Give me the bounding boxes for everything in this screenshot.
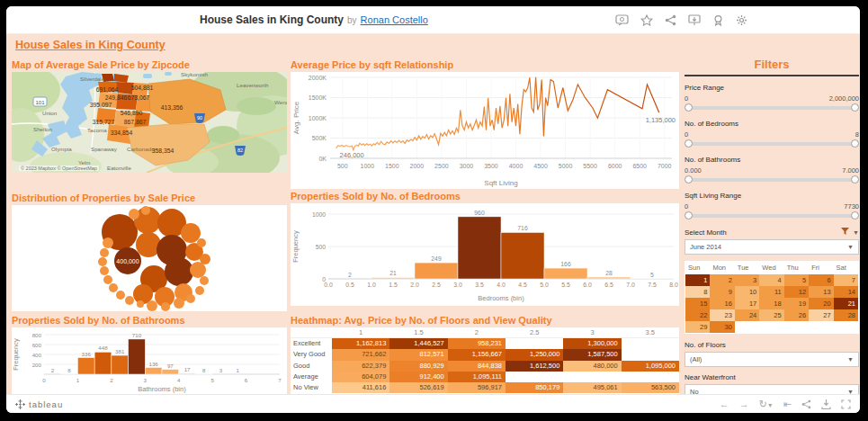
funnel-icon[interactable] bbox=[841, 228, 849, 237]
heatmap-cell[interactable] bbox=[506, 338, 563, 349]
histogram-bar[interactable] bbox=[145, 368, 162, 374]
calendar-day[interactable]: 20 bbox=[809, 298, 833, 309]
select-month-dropdown[interactable]: June 2014▼ bbox=[685, 239, 859, 255]
bubble[interactable] bbox=[181, 223, 201, 243]
calendar-day[interactable]: 11 bbox=[759, 286, 783, 298]
bubble[interactable] bbox=[161, 302, 170, 311]
calendar-day[interactable]: 10 bbox=[735, 286, 759, 298]
histogram-bar[interactable] bbox=[371, 277, 415, 279]
heatmap-cell[interactable]: 912,400 bbox=[389, 372, 447, 382]
tableau-logo[interactable]: tableau bbox=[15, 399, 63, 409]
calendar-day[interactable]: 5 bbox=[784, 274, 809, 286]
heatmap-cell[interactable]: 1,162,813 bbox=[332, 338, 389, 349]
calendar-day[interactable]: 17 bbox=[735, 298, 759, 309]
calendar-day[interactable]: 25 bbox=[759, 309, 783, 321]
slider-track[interactable] bbox=[687, 214, 856, 218]
bubble[interactable] bbox=[174, 298, 184, 309]
heatmap-cell[interactable] bbox=[563, 372, 621, 382]
calendar-day[interactable]: 16 bbox=[710, 298, 734, 309]
calendar-day[interactable]: 9 bbox=[710, 286, 734, 298]
calendar-day[interactable]: 29 bbox=[685, 321, 710, 333]
slider-handle-max[interactable] bbox=[851, 103, 859, 112]
revert-icon[interactable]: ⇤ bbox=[783, 399, 792, 409]
bubbles-panel[interactable]: 400,000 bbox=[12, 205, 287, 311]
choropleth-map[interactable]: 101 90 82 SilverdaleSkykomishLeavenworth… bbox=[12, 72, 287, 173]
heatmap-cell[interactable]: 596,917 bbox=[448, 382, 506, 393]
calendar-day[interactable]: 28 bbox=[834, 309, 858, 321]
slider-handle-min[interactable] bbox=[685, 211, 693, 219]
histogram-bar[interactable] bbox=[112, 355, 129, 374]
calendar-day[interactable]: 27 bbox=[809, 309, 833, 321]
bubble[interactable] bbox=[100, 248, 109, 257]
bubble[interactable] bbox=[109, 283, 118, 292]
badge-icon[interactable] bbox=[712, 14, 724, 26]
share-icon[interactable] bbox=[801, 399, 811, 409]
calendar-day[interactable]: 7 bbox=[834, 274, 858, 286]
heatmap-cell[interactable]: 411,616 bbox=[332, 382, 389, 393]
heatmap-cell[interactable] bbox=[622, 338, 679, 349]
calendar-day[interactable]: 15 bbox=[685, 298, 710, 309]
calendar-day[interactable]: 4 bbox=[759, 274, 783, 286]
undo-icon[interactable]: ← bbox=[720, 399, 729, 409]
bubble[interactable] bbox=[100, 266, 109, 275]
histogram-bar[interactable] bbox=[458, 217, 501, 279]
heatmap-cell[interactable]: 1,095,000 bbox=[622, 361, 679, 372]
calendar-day[interactable]: 3 bbox=[735, 274, 759, 286]
heatmap-cell[interactable]: 1,446,527 bbox=[389, 338, 447, 349]
slider-handle-max[interactable] bbox=[851, 175, 859, 184]
bubble[interactable] bbox=[137, 300, 144, 308]
calendar-day[interactable]: 13 bbox=[809, 286, 833, 298]
heatmap-cell[interactable]: 604,079 bbox=[332, 372, 389, 382]
heatmap-cell[interactable]: 880,929 bbox=[389, 361, 447, 372]
reset-icon[interactable]: ↻▼ bbox=[759, 399, 774, 409]
bubble[interactable] bbox=[129, 209, 139, 219]
bubble[interactable] bbox=[103, 237, 113, 248]
heatmap-cell[interactable]: 526,619 bbox=[389, 382, 447, 393]
calendar-day[interactable]: 19 bbox=[784, 298, 809, 309]
slider-handle-min[interactable] bbox=[685, 139, 693, 148]
calendar-day[interactable]: 8 bbox=[685, 286, 710, 298]
slider-handle-max[interactable] bbox=[851, 211, 859, 219]
bubble[interactable] bbox=[98, 257, 107, 266]
bubble[interactable] bbox=[116, 291, 125, 300]
heatmap-cell[interactable]: 850,179 bbox=[506, 382, 563, 393]
calendar-day[interactable]: 21 bbox=[834, 298, 858, 309]
histogram-bar[interactable] bbox=[129, 339, 146, 374]
heatmap-cell[interactable] bbox=[622, 349, 679, 360]
heatmap-cell[interactable]: 495,061 bbox=[563, 382, 621, 393]
bedrooms-panel[interactable]: 050010000.00.51.01.52.02.53.03.54.04.55.… bbox=[291, 203, 679, 306]
slider-handle-min[interactable] bbox=[685, 175, 693, 184]
histogram-bar[interactable] bbox=[544, 268, 587, 279]
heatmap-cell[interactable]: 622,379 bbox=[332, 361, 389, 372]
bubble[interactable] bbox=[197, 238, 206, 247]
calendar-day[interactable]: 2 bbox=[710, 274, 734, 286]
scatter-panel[interactable]: 0K500K1000K1500K2000K5001000150020002500… bbox=[291, 72, 679, 189]
bathrooms-panel[interactable]: 2004006008000123456728336448381710136971… bbox=[12, 327, 287, 394]
histogram-bar[interactable] bbox=[94, 352, 112, 374]
favorite-star-icon[interactable] bbox=[640, 14, 653, 26]
heatmap-cell[interactable]: 1,587,500 bbox=[563, 349, 621, 360]
calendar-day[interactable]: 6 bbox=[809, 274, 833, 286]
histogram-bar[interactable] bbox=[162, 370, 179, 374]
waterfront-dropdown[interactable]: No▼ bbox=[685, 384, 859, 394]
download-icon[interactable] bbox=[688, 14, 701, 26]
map-panel[interactable]: 101 90 82 SilverdaleSkykomishLeavenworth… bbox=[12, 72, 287, 173]
heatmap-cell[interactable]: 480,000 bbox=[563, 361, 621, 372]
chevron-down-icon[interactable]: ▼ bbox=[853, 229, 859, 236]
bubble[interactable] bbox=[141, 206, 150, 215]
share-icon[interactable] bbox=[665, 14, 676, 26]
floors-dropdown[interactable]: (All)▼ bbox=[685, 352, 859, 367]
calendar-day[interactable]: 12 bbox=[784, 286, 809, 298]
heatmap-cell[interactable]: 1,300,000 bbox=[563, 338, 621, 349]
bubble[interactable] bbox=[165, 257, 193, 286]
bubble[interactable] bbox=[125, 296, 134, 305]
slider-handle-min[interactable] bbox=[685, 103, 693, 112]
heatmap-cell[interactable]: 958,231 bbox=[448, 338, 506, 349]
bubble[interactable] bbox=[147, 300, 157, 311]
dashboard-title-link[interactable]: House Sales in King County bbox=[15, 39, 166, 51]
price-sqft-line[interactable] bbox=[336, 77, 659, 150]
histogram-bar[interactable] bbox=[415, 263, 458, 279]
slider-track[interactable] bbox=[687, 106, 856, 110]
slider-handle-max[interactable] bbox=[851, 139, 859, 148]
calendar-day[interactable]: 1 bbox=[685, 274, 710, 286]
